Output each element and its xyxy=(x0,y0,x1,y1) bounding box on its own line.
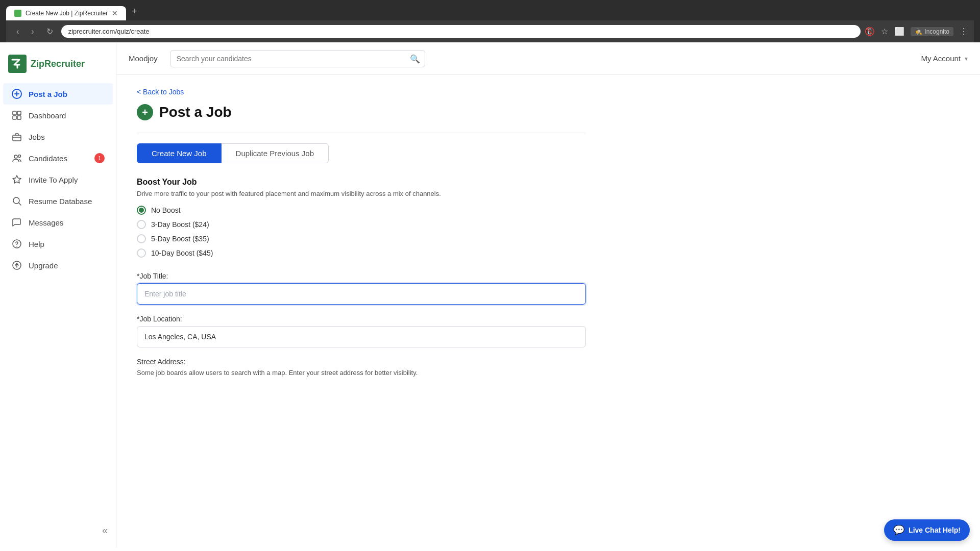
create-new-job-tab[interactable]: Create New Job xyxy=(137,143,222,163)
street-address-desc: Some job boards allow users to search wi… xyxy=(137,369,586,377)
search-input[interactable] xyxy=(170,50,425,67)
chat-icon xyxy=(11,217,22,228)
browser-nav-icons: 📵 ☆ ⬜ 🕵 Incognito ⋮ xyxy=(865,27,968,36)
main-inner: < Back to Jobs + Post a Job Create New J… xyxy=(116,75,606,399)
sidebar-item-post-a-job[interactable]: Post a Job xyxy=(3,83,113,105)
tab-title: Create New Job | ZipRecruiter xyxy=(26,10,108,17)
svg-point-11 xyxy=(16,246,17,247)
browser-nav: ‹ › ↻ ziprecruiter.com/quiz/create 📵 ☆ ⬜… xyxy=(6,20,974,42)
plus-circle-icon xyxy=(11,88,22,99)
split-view-icon[interactable]: ⬜ xyxy=(894,27,904,36)
my-account-menu[interactable]: My Account ▾ xyxy=(921,54,968,63)
boost-option-5-day[interactable]: 5-Day Boost ($35) xyxy=(137,234,586,243)
live-chat-button[interactable]: 💬 Live Chat Help! xyxy=(884,519,970,541)
grid-icon xyxy=(11,110,22,121)
reload-button[interactable]: ↻ xyxy=(42,24,57,38)
job-location-input[interactable]: Los Angeles, CA, USA xyxy=(137,326,586,347)
bookmark-star-icon[interactable]: ☆ xyxy=(881,27,888,36)
sidebar-item-messages[interactable]: Messages xyxy=(3,212,113,233)
boost-label-3-day: 3-Day Boost ($24) xyxy=(151,220,209,229)
ziprecruiter-logo-icon xyxy=(8,55,27,73)
svg-rect-0 xyxy=(8,55,27,73)
svg-rect-3 xyxy=(17,111,21,115)
back-to-jobs-link[interactable]: < Back to Jobs xyxy=(137,88,184,96)
briefcase-icon xyxy=(11,131,22,142)
boost-radio-group: No Boost 3-Day Boost ($24) 5-Day Boost (… xyxy=(137,206,586,258)
upgrade-icon xyxy=(11,260,22,271)
tab-close-button[interactable]: ✕ xyxy=(112,9,118,17)
svg-point-9 xyxy=(13,197,19,204)
duplicate-previous-job-tab[interactable]: Duplicate Previous Job xyxy=(222,143,329,163)
sidebar-item-resume-database[interactable]: Resume Database xyxy=(3,190,113,212)
sidebar-item-help[interactable]: Help xyxy=(3,233,113,255)
job-title-input[interactable] xyxy=(137,283,586,305)
job-title-group: *Job Title: xyxy=(137,272,586,305)
boost-section-title: Boost Your Job xyxy=(137,178,586,187)
candidates-badge: 1 xyxy=(94,153,105,163)
sidebar-item-invite-to-apply[interactable]: Invite To Apply xyxy=(3,169,113,190)
sidebar-item-invite-to-apply-label: Invite To Apply xyxy=(29,176,78,184)
browser-chrome: Create New Job | ZipRecruiter ✕ + ‹ › ↻ … xyxy=(0,0,980,42)
radio-no-boost[interactable] xyxy=(137,206,146,215)
main-content: < Back to Jobs + Post a Job Create New J… xyxy=(116,75,980,547)
new-tab-button[interactable]: + xyxy=(127,4,141,18)
incognito-badge: 🕵 Incognito xyxy=(911,27,953,36)
tab-favicon xyxy=(14,10,21,17)
boost-option-10-day[interactable]: 10-Day Boost ($45) xyxy=(137,248,586,258)
radio-3-day[interactable] xyxy=(137,220,146,229)
search-container: 🔍 xyxy=(170,50,425,67)
boost-section-desc: Drive more traffic to your post with fea… xyxy=(137,190,586,197)
sidebar-item-jobs-label: Jobs xyxy=(29,133,45,141)
app-container: ZipRecruiter Post a Job Dashboard Jobs xyxy=(0,42,980,547)
live-chat-icon: 💬 xyxy=(893,524,904,536)
svg-point-8 xyxy=(18,155,21,158)
sidebar: ZipRecruiter Post a Job Dashboard Jobs xyxy=(0,42,116,547)
page-title-container: + Post a Job xyxy=(137,104,586,120)
page-title-icon: + xyxy=(137,104,153,120)
sidebar-item-candidates-label: Candidates xyxy=(29,154,67,163)
browser-tab-active[interactable]: Create New Job | ZipRecruiter ✕ xyxy=(6,6,126,20)
job-title-label: *Job Title: xyxy=(137,272,586,280)
svg-rect-2 xyxy=(13,111,16,115)
svg-point-7 xyxy=(14,155,17,158)
page-title: Post a Job xyxy=(159,104,232,120)
radio-5-day[interactable] xyxy=(137,234,146,243)
svg-rect-5 xyxy=(17,116,21,119)
sidebar-item-candidates[interactable]: Candidates 1 xyxy=(3,147,113,169)
search-person-icon xyxy=(11,195,22,207)
street-address-label: Street Address: xyxy=(137,358,586,366)
sidebar-logo: ZipRecruiter xyxy=(0,48,116,83)
sidebar-item-post-a-job-label: Post a Job xyxy=(29,90,67,98)
my-account-label: My Account xyxy=(921,54,961,63)
boost-option-no-boost[interactable]: No Boost xyxy=(137,206,586,215)
sidebar-item-upgrade-label: Upgrade xyxy=(29,261,58,270)
sidebar-item-dashboard[interactable]: Dashboard xyxy=(3,105,113,126)
sidebar-item-jobs[interactable]: Jobs xyxy=(3,126,113,147)
incognito-icon: 🕵 xyxy=(915,28,922,35)
people-icon xyxy=(11,153,22,164)
sidebar-collapse-button[interactable]: « xyxy=(0,519,116,541)
forward-button[interactable]: › xyxy=(27,25,38,38)
question-icon xyxy=(11,238,22,249)
url-text: ziprecruiter.com/quiz/create xyxy=(68,28,854,35)
radio-10-day[interactable] xyxy=(137,248,146,258)
more-menu-icon[interactable]: ⋮ xyxy=(960,27,968,36)
sidebar-item-upgrade[interactable]: Upgrade xyxy=(3,255,113,276)
divider xyxy=(137,133,586,133)
star-icon xyxy=(11,174,22,185)
boost-label-5-day: 5-Day Boost ($35) xyxy=(151,235,209,243)
browser-tabs: Create New Job | ZipRecruiter ✕ + xyxy=(6,4,974,20)
topnav: Moodjoy 🔍 My Account ▾ xyxy=(116,42,980,75)
sidebar-item-resume-database-label: Resume Database xyxy=(29,197,92,206)
search-icon: 🔍 xyxy=(410,54,420,63)
svg-rect-4 xyxy=(13,116,16,119)
tab-group: Create New Job Duplicate Previous Job xyxy=(137,143,586,163)
address-bar[interactable]: ziprecruiter.com/quiz/create xyxy=(61,25,861,38)
boost-option-3-day[interactable]: 3-Day Boost ($24) xyxy=(137,220,586,229)
sidebar-item-help-label: Help xyxy=(29,240,44,248)
incognito-label: Incognito xyxy=(924,28,949,35)
back-button[interactable]: ‹ xyxy=(12,25,23,38)
sidebar-item-dashboard-label: Dashboard xyxy=(29,111,66,120)
sidebar-logo-text: ZipRecruiter xyxy=(31,59,85,69)
company-name: Moodjoy xyxy=(129,54,158,63)
